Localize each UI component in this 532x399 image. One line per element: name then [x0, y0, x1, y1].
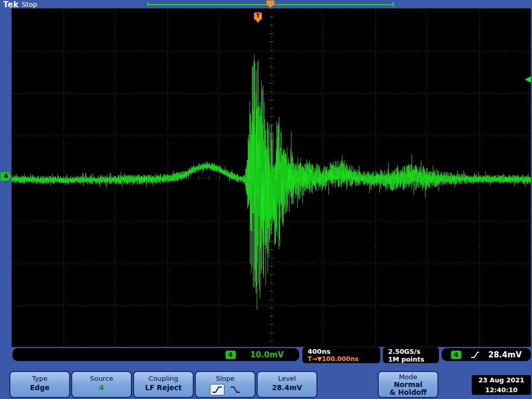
- date-label: 23 Aug 2021: [472, 375, 531, 385]
- record-view-end-cap: [393, 2, 394, 7]
- button-trigger-source[interactable]: Source 4: [71, 371, 132, 398]
- trigger-slope-icon: [471, 351, 479, 358]
- acquisition-state-label: Stop: [22, 1, 37, 8]
- channel-4-marker[interactable]: 4: [1, 172, 11, 181]
- button-value: LF Reject: [134, 384, 193, 392]
- button-value: 4: [72, 384, 131, 392]
- button-value: Edge: [10, 384, 69, 392]
- button-trigger-level[interactable]: Level 28.4mV: [257, 371, 317, 398]
- record-length-readout: 1M points: [388, 355, 434, 363]
- channel-4-badge: 4: [225, 351, 236, 359]
- waveform-display: [11, 8, 531, 347]
- acquisition-readout-box: 2.50GS/s 1M points: [383, 347, 439, 363]
- button-trigger-type[interactable]: Type Edge: [9, 371, 70, 398]
- trigger-position-marker[interactable]: T: [254, 12, 262, 20]
- trigger-readout-box: 4 28.4mV: [442, 348, 531, 361]
- waveform-canvas: [11, 8, 531, 347]
- button-value: Normal: [379, 381, 437, 389]
- button-title: Coupling: [134, 375, 193, 382]
- button-title: Slope: [196, 375, 255, 382]
- channel-readout-box: 4 10.0mV: [12, 348, 299, 361]
- trigger-level-readout: 28.4mV: [488, 350, 522, 360]
- horizontal-scale-readout: 400ns: [308, 348, 375, 355]
- record-trigger-position-icon[interactable]: [267, 1, 274, 8]
- slope-rising-selected: [210, 384, 224, 395]
- slope-rising-icon: [211, 385, 223, 394]
- button-trigger-coupling[interactable]: Coupling LF Reject: [133, 371, 194, 398]
- time-label: 12:40:10: [472, 385, 531, 395]
- trigger-source-badge: 4: [451, 351, 461, 359]
- slope-falling-icon: [230, 385, 241, 394]
- sample-rate-readout: 2.50GS/s: [388, 348, 434, 355]
- button-value: 28.4mV: [258, 384, 316, 392]
- button-trigger-slope[interactable]: Slope: [195, 371, 256, 398]
- button-title: Source: [72, 375, 131, 382]
- oscilloscope-ui: Tek Stop 4 T 4 10.0mV 400ns T→▼100.000ns…: [0, 0, 532, 399]
- button-title: Level: [258, 375, 316, 382]
- datetime-box: 23 Aug 2021 12:40:10: [472, 375, 531, 395]
- button-value-2: & Holdoff: [379, 389, 437, 396]
- horizontal-readout-box: 400ns T→▼100.000ns: [302, 347, 380, 363]
- trigger-position-readout: T→▼100.000ns: [308, 355, 375, 363]
- channel-scale-readout: 10.0mV: [250, 350, 284, 360]
- button-title: Type: [10, 375, 69, 382]
- record-view-start-cap: [148, 2, 149, 7]
- button-trigger-mode[interactable]: Mode Normal & Holdoff: [378, 371, 438, 398]
- button-title: Mode: [379, 373, 437, 381]
